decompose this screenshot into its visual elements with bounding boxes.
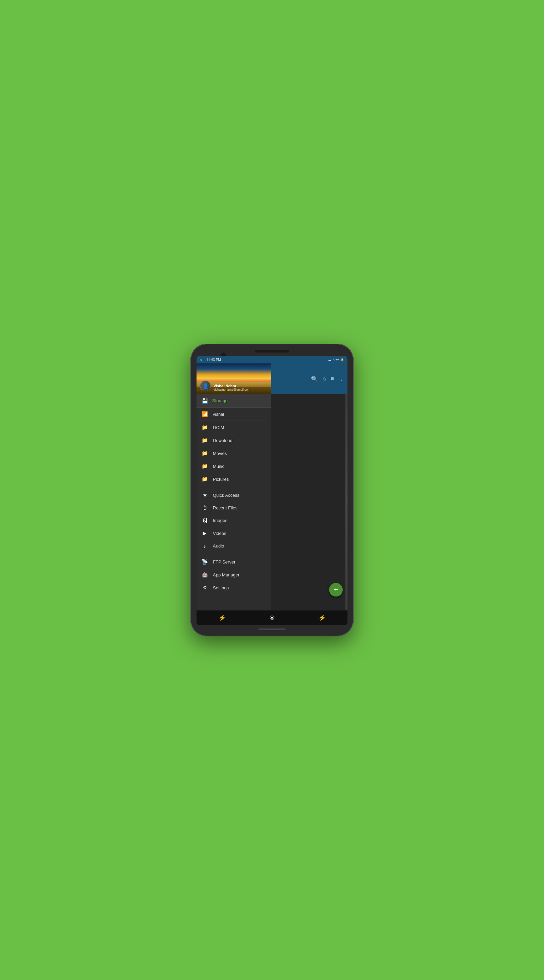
folder-icon-download: 📁 [201, 437, 208, 443]
filter-icon[interactable]: ≡ [331, 375, 334, 382]
sidebar-label-recent-files: Recent Files [213, 505, 237, 511]
content-area: ⋮ ⋮ ⋮ ⋮ ⋮ ⋮ + [271, 394, 347, 610]
avatar: 👤 [200, 380, 211, 391]
sidebar-item-vishal[interactable]: 📶 vishal [197, 408, 271, 421]
more-icon[interactable]: ⋮ [339, 375, 344, 382]
star-icon: ★ [201, 492, 208, 498]
sidebar-label-audio: Audio [213, 543, 224, 549]
sidebar-item-music-folder[interactable]: 📁 Music [197, 460, 271, 473]
divider-2 [197, 487, 271, 487]
status-bar: sun 11:43 PM ☁ ✕●● 🔒 [197, 356, 347, 363]
divider-3 [197, 554, 271, 554]
sidebar-label-images: Images [213, 518, 227, 523]
sidebar-item-dcim[interactable]: 📁 DCIM [197, 421, 271, 434]
dots-3[interactable]: ⋮ [338, 450, 343, 455]
android-icon: 🤖 [201, 572, 208, 578]
sidebar-item-ftp-server[interactable]: 📡 FTP Server [197, 555, 271, 568]
search-icon[interactable]: 🔍 [311, 375, 318, 382]
nav-skull-icon[interactable]: ☠ [269, 614, 275, 622]
dots-4[interactable]: ⋮ [338, 475, 343, 480]
sidebar-label-movies: Movies [213, 451, 227, 456]
folder-icon-music: 📁 [201, 463, 208, 469]
ftp-icon: 📡 [201, 559, 208, 565]
dots-5[interactable]: ⋮ [338, 500, 343, 506]
home-icon[interactable]: ⌂ [323, 375, 326, 382]
scroll-edge [346, 394, 347, 610]
sidebar: 💾 Storage 📶 vishal 📁 DCIM 📁 Down [197, 394, 271, 610]
phone-speaker [255, 350, 289, 353]
sidebar-label-dcim: DCIM [213, 425, 224, 430]
dots-6[interactable]: ⋮ [338, 525, 343, 531]
sidebar-item-quick-access[interactable]: ★ Quick Access [197, 488, 271, 501]
phone-device: sun 11:43 PM ☁ ✕●● 🔒 👤 Vishal Nehra vish… [190, 344, 354, 636]
sidebar-label-download: Download [213, 438, 233, 443]
sidebar-label-pictures: Pictures [213, 477, 229, 482]
profile-info: Vishal Nehra vishalmeham2@gmail.com [214, 384, 250, 391]
folder-icon-pictures: 📁 [201, 476, 208, 482]
content-menu-dots: ⋮ ⋮ ⋮ ⋮ ⋮ ⋮ [338, 399, 343, 531]
signal-icon: ✕●● [333, 358, 339, 361]
header-banner: 👤 Vishal Nehra vishalmeham2@gmail.com 🔍 … [197, 363, 347, 394]
status-time: sun 11:43 PM [200, 358, 221, 362]
sidebar-label-music-folder: Music [213, 464, 224, 469]
plus-icon: + [334, 585, 338, 594]
sidebar-item-download[interactable]: 📁 Download [197, 434, 271, 447]
nav-lightning-icon[interactable]: ⚡ [318, 614, 326, 622]
sidebar-label-vishal: vishal [213, 412, 224, 417]
sidebar-item-pictures[interactable]: 📁 Pictures [197, 473, 271, 485]
sidebar-item-movies[interactable]: 📁 Movies [197, 447, 271, 460]
phone-home-bar [259, 628, 285, 630]
banner-image: 👤 Vishal Nehra vishalmeham2@gmail.com [197, 363, 271, 394]
header-toolbar: 🔍 ⌂ ≡ ⋮ [271, 363, 347, 394]
nav-back-icon[interactable]: ⚡ [218, 614, 226, 622]
cloud-icon: ☁ [328, 358, 331, 361]
bottom-nav: ⚡ ☠ ⚡ [197, 610, 347, 625]
banner-sky [197, 363, 271, 382]
storage-label: Storage [212, 398, 228, 403]
dots-2[interactable]: ⋮ [338, 425, 343, 430]
wifi-icon: 📶 [201, 411, 208, 417]
settings-icon: ⚙ [201, 585, 208, 591]
dots-1[interactable]: ⋮ [338, 399, 343, 405]
status-icons: ☁ ✕●● 🔒 [328, 358, 344, 361]
lock-icon: 🔒 [340, 358, 344, 361]
folder-icon-dcim: 📁 [201, 424, 208, 430]
sidebar-label-settings: Settings [213, 585, 229, 590]
sidebar-label-app-manager: App Manager [213, 572, 239, 578]
sidebar-label-ftp: FTP Server [213, 559, 235, 565]
music-icon: ♪ [201, 543, 208, 549]
image-icon: 🖼 [201, 517, 208, 523]
main-area: 💾 Storage 📶 vishal 📁 DCIM 📁 Down [197, 394, 347, 610]
sidebar-item-app-manager[interactable]: 🤖 App Manager [197, 568, 271, 581]
sidebar-item-videos[interactable]: ▶ Videos [197, 527, 271, 540]
sidebar-item-audio[interactable]: ♪ Audio [197, 540, 271, 552]
sidebar-label-quick-access: Quick Access [213, 493, 239, 498]
clock-icon: ⏱ [201, 505, 208, 511]
play-icon: ▶ [201, 530, 208, 536]
profile-name: Vishal Nehra [214, 384, 250, 388]
folder-icon-movies: 📁 [201, 450, 208, 456]
fab-button[interactable]: + [329, 583, 343, 597]
sidebar-item-images[interactable]: 🖼 Images [197, 514, 271, 527]
sidebar-item-recent-files[interactable]: ⏱ Recent Files [197, 501, 271, 514]
profile-email: vishalmeham2@gmail.com [214, 388, 250, 391]
avatar-image: 👤 [200, 381, 211, 391]
sidebar-label-videos: Videos [213, 531, 227, 536]
sidebar-item-storage[interactable]: 💾 Storage [197, 394, 271, 408]
storage-icon: 💾 [201, 398, 208, 404]
phone-screen: sun 11:43 PM ☁ ✕●● 🔒 👤 Vishal Nehra vish… [197, 356, 347, 625]
sidebar-item-settings[interactable]: ⚙ Settings [197, 581, 271, 594]
